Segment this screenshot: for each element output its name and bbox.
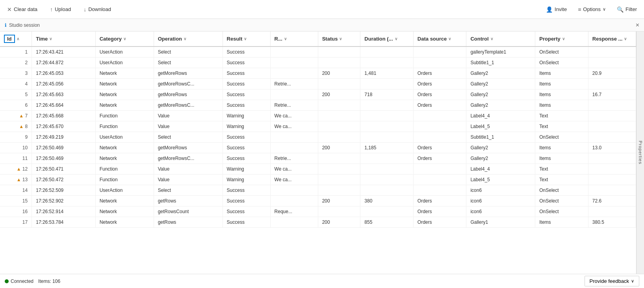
cell-property: OnSelect bbox=[535, 132, 588, 143]
col-header-property[interactable]: Property ∨ bbox=[535, 32, 588, 46]
col-header-r[interactable]: R... ∨ bbox=[270, 32, 318, 46]
cell-control: Subtitle1_1 bbox=[466, 132, 535, 143]
table-row[interactable]: 16 17:26:52.914 Network getRowsCount Suc… bbox=[0, 206, 636, 217]
options-button[interactable]: ≡ Options ∨ bbox=[575, 5, 608, 14]
table-row[interactable]: 11 17:26:50.469 Network getMoreRowsC... … bbox=[0, 153, 636, 164]
cell-datasource: Orders bbox=[413, 79, 466, 89]
cell-id: ▲ 7 bbox=[0, 111, 32, 121]
cell-status bbox=[318, 164, 360, 175]
provide-feedback-label: Provide feedback bbox=[590, 278, 629, 284]
cell-control: Gallery2 bbox=[466, 143, 535, 153]
cell-control: Subtitle1_1 bbox=[466, 58, 535, 68]
col-header-result[interactable]: Result ∨ bbox=[223, 32, 270, 46]
cell-datasource bbox=[413, 175, 466, 185]
table-row[interactable]: 10 17:26:50.469 Network getMoreRows Succ… bbox=[0, 143, 636, 153]
cell-id: 9 bbox=[0, 132, 32, 143]
table-row[interactable]: 2 17:26:44.872 UserAction Select Success… bbox=[0, 58, 636, 68]
table-row[interactable]: ▲ 13 17:26:50.472 Function Value Warning… bbox=[0, 175, 636, 185]
data-table: Id ∧ Time ∨ Category ∨ bbox=[0, 32, 636, 228]
table-row[interactable]: 15 17:26:52.902 Network getRows Success … bbox=[0, 196, 636, 206]
table-row[interactable]: 6 17:26:45.664 Network getMoreRowsC... S… bbox=[0, 100, 636, 111]
cell-response bbox=[588, 121, 636, 132]
table-row[interactable]: 3 17:26:45.053 Network getMoreRows Succe… bbox=[0, 68, 636, 79]
cell-time: 17:26:45.670 bbox=[32, 121, 95, 132]
top-bar-left: ✕ Clear data ↑ Upload ↓ Download bbox=[5, 5, 536, 14]
cell-r: We ca... bbox=[270, 164, 318, 175]
cell-response bbox=[588, 46, 636, 58]
cell-category: Function bbox=[95, 111, 154, 121]
cell-property: Items bbox=[535, 153, 588, 164]
invite-icon: 👤 bbox=[546, 6, 553, 13]
col-header-duration[interactable]: Duration (... ∨ bbox=[360, 32, 414, 46]
col-header-operation[interactable]: Operation ∨ bbox=[154, 32, 223, 46]
cell-property: Text bbox=[535, 175, 588, 185]
invite-button[interactable]: 👤 Invite bbox=[544, 5, 569, 14]
clear-data-button[interactable]: ✕ Clear data bbox=[5, 5, 40, 14]
cell-status bbox=[318, 185, 360, 196]
table-container[interactable]: Id ∧ Time ∨ Category ∨ bbox=[0, 32, 636, 274]
cell-time: 17:26:52.914 bbox=[32, 206, 95, 217]
cell-response: 20.9 bbox=[588, 68, 636, 79]
cell-control: Gallery2 bbox=[466, 100, 535, 111]
table-row[interactable]: ▲ 8 17:26:45.670 Function Value Warning … bbox=[0, 121, 636, 132]
table-row[interactable]: ▲ 7 17:26:45.668 Function Value Warning … bbox=[0, 111, 636, 121]
table-row[interactable]: 4 17:26:45.056 Network getMoreRowsC... S… bbox=[0, 79, 636, 89]
cell-status bbox=[318, 58, 360, 68]
cell-control: Gallery2 bbox=[466, 153, 535, 164]
table-row[interactable]: 14 17:26:52.509 UserAction Select Succes… bbox=[0, 185, 636, 196]
col-header-datasource[interactable]: Data source ∨ bbox=[413, 32, 466, 46]
cell-id: ▲ 12 bbox=[0, 164, 32, 175]
cell-control: icon6 bbox=[466, 196, 535, 206]
cell-r: Retrie... bbox=[270, 153, 318, 164]
table-row[interactable]: 9 17:26:49.219 UserAction Select Success… bbox=[0, 132, 636, 143]
cell-datasource bbox=[413, 46, 466, 58]
table-row[interactable]: ▲ 12 17:26:50.471 Function Value Warning… bbox=[0, 164, 636, 175]
cell-category: Network bbox=[95, 143, 154, 153]
cell-duration: 1,185 bbox=[360, 143, 414, 153]
upload-button[interactable]: ↑ Upload bbox=[48, 5, 73, 14]
col-header-id[interactable]: Id ∧ bbox=[0, 32, 32, 46]
cell-operation: getMoreRows bbox=[154, 68, 223, 79]
table-row[interactable]: 17 17:26:53.784 Network getRows Success … bbox=[0, 217, 636, 228]
right-panel[interactable]: Properties bbox=[636, 32, 644, 274]
warning-icon: ▲ bbox=[17, 177, 21, 182]
cell-control: Label4_4 bbox=[466, 164, 535, 175]
cell-r bbox=[270, 89, 318, 100]
datasource-label: Data source bbox=[418, 36, 447, 42]
duration-sort-icon: ∨ bbox=[395, 37, 397, 41]
cell-status bbox=[318, 100, 360, 111]
filter-button[interactable]: 🔍 Filter bbox=[614, 5, 639, 14]
operation-sort-icon: ∨ bbox=[184, 37, 186, 41]
col-header-category[interactable]: Category ∨ bbox=[95, 32, 154, 46]
cell-category: Network bbox=[95, 68, 154, 79]
cell-operation: getMoreRowsC... bbox=[154, 100, 223, 111]
main-content: Id ∧ Time ∨ Category ∨ bbox=[0, 32, 644, 274]
download-button[interactable]: ↓ Download bbox=[81, 5, 113, 14]
cell-duration: 1,481 bbox=[360, 68, 414, 79]
cell-status bbox=[318, 111, 360, 121]
cell-id: 10 bbox=[0, 143, 32, 153]
cell-status bbox=[318, 175, 360, 185]
cell-datasource bbox=[413, 185, 466, 196]
col-header-time[interactable]: Time ∨ bbox=[32, 32, 95, 46]
col-header-status[interactable]: Status ∨ bbox=[318, 32, 360, 46]
session-close-button[interactable]: × bbox=[636, 22, 639, 29]
cell-result: Success bbox=[223, 217, 270, 228]
cell-time: 17:26:52.902 bbox=[32, 196, 95, 206]
cell-datasource: Orders bbox=[413, 206, 466, 217]
cell-category: UserAction bbox=[95, 185, 154, 196]
col-header-response[interactable]: Response ... ∨ bbox=[588, 32, 636, 46]
options-label: Options bbox=[583, 6, 601, 12]
cell-category: Network bbox=[95, 89, 154, 100]
cell-id: ▲ 13 bbox=[0, 175, 32, 185]
table-row[interactable]: 5 17:26:45.663 Network getMoreRows Succe… bbox=[0, 89, 636, 100]
cell-r: We ca... bbox=[270, 121, 318, 132]
table-header-row: Id ∧ Time ∨ Category ∨ bbox=[0, 32, 636, 46]
provide-feedback-button[interactable]: Provide feedback ∨ bbox=[585, 276, 639, 286]
table-row[interactable]: 1 17:26:43.421 UserAction Select Success… bbox=[0, 46, 636, 58]
duration-label: Duration (... bbox=[364, 36, 393, 42]
col-header-control[interactable]: Control ∨ bbox=[466, 32, 535, 46]
property-sort-icon: ∨ bbox=[562, 37, 565, 41]
cell-property: OnSelect bbox=[535, 196, 588, 206]
cell-duration bbox=[360, 111, 414, 121]
